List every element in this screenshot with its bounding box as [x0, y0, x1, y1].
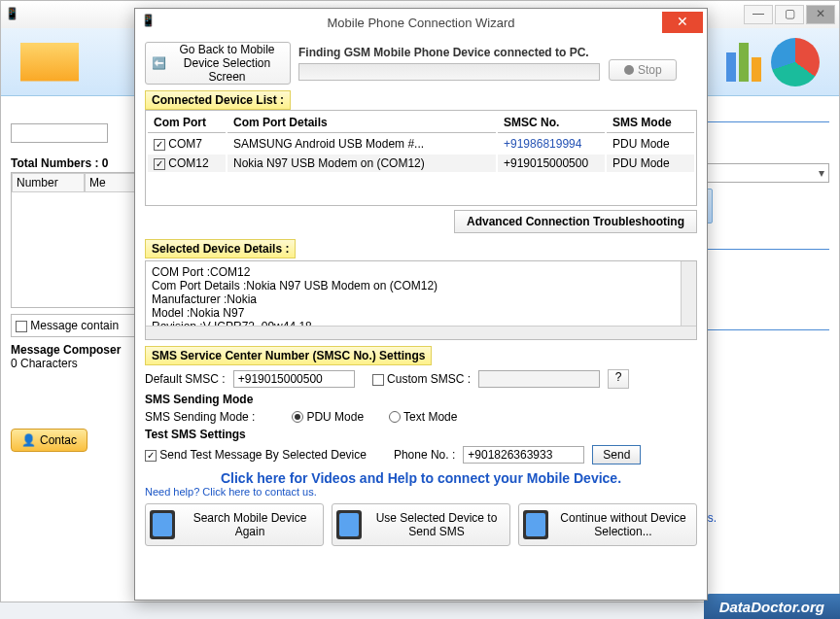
contact-link[interactable]: Need help? Click here to contact us.: [145, 486, 697, 498]
phone-input[interactable]: [463, 446, 584, 464]
footer-brand: DataDoctor.org: [704, 594, 840, 619]
recipient-input[interactable]: [11, 123, 108, 143]
th-port: Com Port: [148, 113, 226, 133]
test-sms-head: Test SMS Settings: [145, 428, 697, 441]
row-checkbox[interactable]: ✓: [154, 158, 165, 170]
send-mode-label: SMS Sending Mode :: [145, 410, 255, 424]
device-table: Com Port Com Port Details SMSC No. SMS M…: [145, 110, 697, 206]
scrollbar-v[interactable]: [681, 261, 696, 326]
phone-label: Phone No. :: [394, 448, 455, 462]
scrollbar-h[interactable]: [146, 326, 696, 339]
search-again-button[interactable]: Search Mobile Device Again: [145, 503, 324, 546]
back-icon: ⬅️: [152, 56, 166, 70]
test-sms-checkbox[interactable]: ✓ Send Test Message By Selected Device: [145, 448, 367, 462]
finding-label: Finding GSM Mobile Phone Device connecte…: [298, 46, 697, 59]
videos-help-link[interactable]: Click here for Videos and Help to connec…: [145, 470, 697, 486]
dialog-close-button[interactable]: ✕: [662, 12, 703, 33]
advanced-troubleshooting-button[interactable]: Advanced Connection Troubleshooting: [454, 210, 697, 233]
send-mode-head: SMS Sending Mode: [145, 393, 697, 406]
default-smsc-input[interactable]: [233, 370, 355, 388]
maximize-button[interactable]: ▢: [775, 5, 804, 24]
table-row[interactable]: ✓ COM12 Nokia N97 USB Modem on (COM12) +…: [148, 155, 694, 172]
use-device-button[interactable]: Use Selected Device to Send SMS: [332, 503, 510, 546]
dialog-title: Mobile Phone Connection Wizard: [135, 16, 707, 30]
th-mode: SMS Mode: [607, 113, 694, 133]
dialog-icon: 📱: [141, 14, 156, 27]
stop-button[interactable]: Stop: [609, 59, 677, 81]
table-row[interactable]: ✓ COM7 SAMSUNG Android USB Modem #... +9…: [148, 135, 694, 153]
close-button[interactable]: ✕: [806, 5, 835, 24]
chart-icon: [726, 43, 761, 82]
continue-icon: [523, 510, 548, 539]
pie-icon: [771, 38, 820, 86]
custom-smsc-checkbox[interactable]: [372, 374, 384, 386]
contact-button[interactable]: 👤 Contac: [11, 429, 88, 452]
connected-list-header: Connected Device List :: [145, 90, 291, 110]
pdu-mode-radio[interactable]: PDU Mode: [292, 410, 364, 424]
smsc-settings-header: SMS Service Center Number (SMSC No.) Set…: [145, 346, 432, 365]
text-mode-radio[interactable]: Text Mode: [389, 410, 457, 424]
search-device-icon: [150, 510, 175, 539]
th-smsc: SMSC No.: [498, 113, 605, 133]
mail-icon: [20, 43, 79, 82]
msg-contains-checkbox[interactable]: Message contain: [16, 319, 119, 332]
go-back-button[interactable]: ⬅️ Go Back to Mobile Device Selection Sc…: [145, 42, 291, 85]
use-device-icon: [336, 510, 362, 539]
help-button[interactable]: ?: [608, 369, 629, 389]
selected-details-header: Selected Device Details :: [145, 239, 296, 258]
details-box: COM Port :COM12 Com Port Details :Nokia …: [145, 260, 697, 340]
minimize-button[interactable]: —: [744, 5, 773, 24]
col-number: Number: [12, 173, 85, 192]
default-smsc-label: Default SMSC :: [145, 372, 226, 386]
app-icon: 📱: [5, 7, 20, 22]
continue-without-button[interactable]: Continue without Device Selection...: [518, 503, 697, 546]
th-details: Com Port Details: [228, 113, 496, 133]
row-checkbox[interactable]: ✓: [154, 139, 165, 151]
progress-bar: [298, 63, 600, 81]
send-button[interactable]: Send: [592, 445, 641, 464]
custom-smsc-input[interactable]: [478, 370, 600, 388]
connection-wizard-dialog: 📱 Mobile Phone Connection Wizard ✕ ⬅️ Go…: [134, 8, 708, 601]
